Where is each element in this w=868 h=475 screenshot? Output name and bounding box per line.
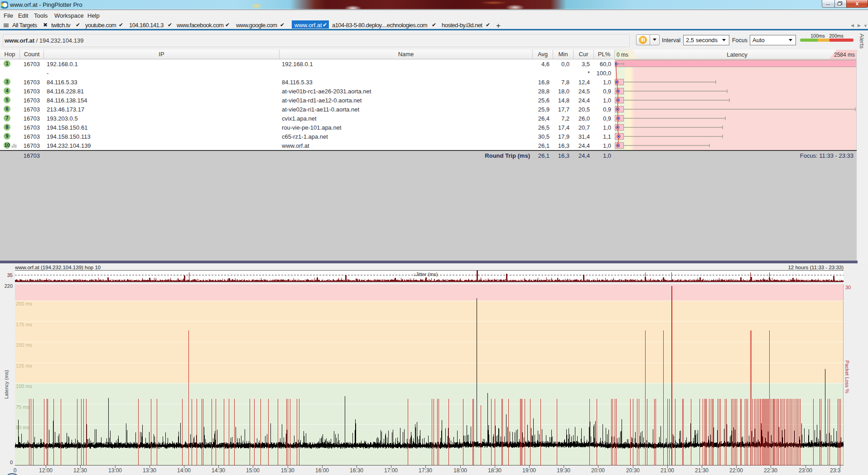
svg-text:0 ms: 0 ms — [617, 52, 628, 58]
svg-text:2584 ms: 2584 ms — [834, 52, 855, 58]
svg-text:Latency: Latency — [727, 51, 747, 58]
